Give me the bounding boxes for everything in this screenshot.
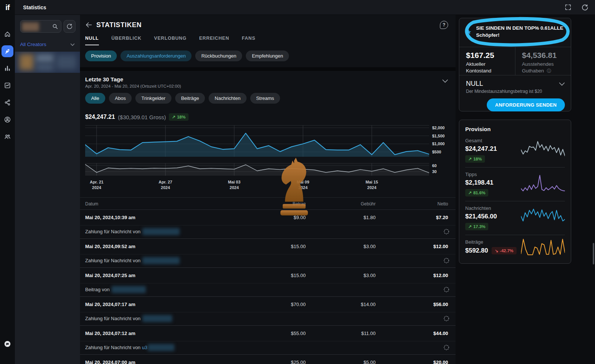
period-title: Letzte 30 Tage [85, 76, 181, 82]
sparkline-tipps [521, 174, 565, 195]
nav-share-button[interactable] [1, 97, 13, 108]
refresh-icon[interactable] [582, 4, 588, 11]
fullscreen-icon[interactable] [565, 4, 571, 10]
txn-datetime: Mai 20, 2024,09:52 am [85, 244, 239, 249]
creator-list-refresh-button[interactable] [64, 20, 75, 33]
nav-home-button[interactable] [1, 28, 13, 40]
period-selector[interactable]: Letzte 30 Tage Apr. 20, 2024 - Mai 20, 2… [80, 71, 456, 91]
table-row[interactable]: Mai 20, 2024,07:17 am $70.00 $14.00 $56.… [80, 296, 456, 325]
col-header-datum: Datum [85, 201, 239, 207]
search-icon [52, 23, 58, 30]
creator-search-input[interactable] [20, 20, 61, 33]
txn-fee: $14.00 [306, 302, 376, 307]
txn-datetime: Mai 20, 2024,07:00 am [85, 360, 239, 364]
app-logo[interactable]: if [0, 0, 15, 15]
tab-fans[interactable]: FANS [242, 36, 255, 45]
nav-team-button[interactable] [1, 131, 13, 143]
payout-method-label: NULL [466, 80, 483, 88]
period-range: Apr. 20, 2024 - Mai 20, 2024 (Ortszeit U… [85, 84, 181, 88]
chip-empfehlungen[interactable]: Empfehlungen [246, 51, 289, 61]
table-header: Datum Betrag Gebühr Netto [80, 197, 456, 210]
nav-account-button[interactable] [1, 114, 13, 126]
username-blur [142, 257, 180, 264]
earnings-chart[interactable]: $2,000$1,500$1,000$500 6030 Apr. 21 2024… [85, 125, 453, 192]
txn-net: $44.00 [376, 331, 448, 336]
txn-user-link[interactable]: u3 [142, 345, 147, 350]
total-net-amount: $24,247.21 [85, 114, 115, 120]
x-axis-labels: Apr. 21 2024Apr. 27 2024Mai 03 2024Mai 0… [85, 179, 429, 192]
back-arrow-icon[interactable] [85, 22, 93, 28]
y-tick-label: 60 [432, 163, 453, 168]
txn-amount: $70.00 [239, 302, 306, 307]
spinner-icon [443, 228, 450, 235]
chip-rueckbuchungen[interactable]: Rückbuchungen [195, 51, 242, 61]
x-tick-label: Mai 09 2024 [290, 179, 316, 191]
page-scrollbar-thumb[interactable] [593, 243, 594, 264]
tab-null[interactable]: NULL [85, 36, 99, 45]
provision-item-beitraege: Beiträge $592.80 ↘-42.7% [465, 235, 565, 261]
send-request-button[interactable]: ANFORDERUNG SENDEN [487, 98, 565, 111]
txn-datetime: Mai 20, 2024,07:12 am [85, 331, 239, 336]
chip-beitraege[interactable]: Beiträge [175, 93, 205, 104]
creator-list-item-selected[interactable] [15, 52, 80, 73]
y-tick-label: $2,000 [432, 126, 453, 130]
top-bar: Statistics [15, 0, 595, 15]
chip-streams[interactable]: Streams [250, 93, 280, 104]
window-title: Statistics [23, 4, 46, 10]
nav-creators-button[interactable] [1, 45, 13, 57]
txn-description: Beitrag von [85, 287, 110, 292]
help-icon[interactable]: ? [440, 21, 448, 29]
chip-auszahlungsanforderungen[interactable]: Auszahlungsanforderungen [120, 51, 192, 61]
tab-ueberblick[interactable]: ÜBERBLICK [112, 36, 142, 45]
total-change-badge: ↗18% [169, 113, 189, 121]
current-balance-value: $167.25 [466, 51, 515, 60]
chip-alle[interactable]: Alle [85, 93, 105, 104]
y-tick-label: $500 [432, 150, 453, 154]
txn-amount: $15.00 [239, 273, 306, 278]
y-tick-label: $1,000 [432, 142, 453, 146]
info-icon[interactable]: ⓘ [547, 68, 551, 74]
banner-line2: Schöpfer! [476, 32, 563, 39]
table-row[interactable]: Mai 20, 2024,07:12 am $55.00 $11.00 $44.… [80, 325, 456, 354]
chip-trinkgelder[interactable]: Trinkgelder [135, 93, 171, 104]
all-creators-dropdown[interactable]: All Creators [15, 33, 80, 52]
table-row[interactable]: Mai 20, 2024,07:00 am $25.00 $5.00 $20.0… [80, 354, 456, 364]
support-chat-button[interactable] [1, 338, 13, 350]
payout-panel: ★ SIE SINDEN IN DEN TOP% 0.61ALLE Schöpf… [456, 15, 595, 364]
txn-datetime: Mai 20, 2024,07:25 am [85, 273, 239, 278]
x-tick-label: Apr. 21 2024 [84, 179, 110, 191]
person-circle-icon [4, 116, 11, 123]
nav-reports-button[interactable] [1, 79, 13, 91]
payout-method-dropdown[interactable]: NULL [466, 80, 565, 88]
col-header-netto: Netto [376, 201, 448, 207]
share-icon [4, 99, 11, 106]
chip-nachrichten[interactable]: Nachrichten [209, 93, 246, 104]
x-tick-label: Apr. 27 2024 [152, 179, 178, 191]
chip-provision[interactable]: Provision [85, 51, 117, 61]
table-row[interactable]: Mai 20, 2024,09:52 am $15.00 $3.00 $12.0… [80, 238, 456, 267]
spinner-icon [443, 286, 450, 293]
creator-handle-blur [36, 64, 54, 71]
refresh-icon [67, 23, 73, 29]
provision-title: Provision [459, 120, 571, 134]
tab-erreichen[interactable]: ERREICHEN [199, 36, 229, 45]
txn-datetime: Mai 20, 2024,10:39 am [85, 215, 239, 220]
spinner-icon [443, 344, 450, 351]
txn-fee: $11.00 [306, 331, 376, 336]
table-row[interactable]: Mai 20, 2024,07:25 am $15.00 $3.00 $12.0… [80, 267, 456, 296]
txn-fee: $5.00 [306, 360, 376, 364]
minimum-payout-note: Der Mindestauszahlungsbetrag ist $20 [466, 89, 565, 94]
chip-abos[interactable]: Abos [109, 93, 132, 104]
creator-meta-blur [56, 55, 77, 69]
provision-item-nachrichten: Nachrichten $21,456.00 ↗17.3% [465, 201, 565, 235]
balance-card: ★ SIE SINDEN IN DEN TOP% 0.61ALLE Schöpf… [459, 18, 571, 111]
username-blur [148, 344, 174, 351]
chevron-down-icon [442, 79, 448, 83]
nav-statistics-button[interactable] [1, 62, 13, 74]
rocket-icon [4, 48, 11, 55]
tab-verlobung[interactable]: VERLOBUNG [154, 36, 186, 45]
col-header-betrag: Betrag [239, 201, 306, 207]
spinner-icon [443, 257, 450, 264]
txn-description: Zahlung für Nachricht von [85, 229, 141, 234]
table-row[interactable]: Mai 20, 2024,10:39 am $9.00 $1.80 $7.20 … [80, 210, 456, 238]
